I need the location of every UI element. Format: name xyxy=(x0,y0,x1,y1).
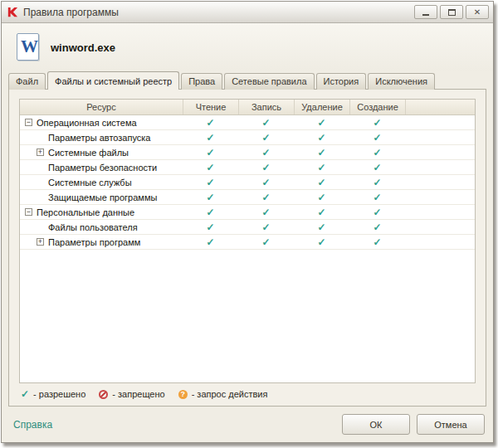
legend-label: - запрещено xyxy=(112,389,164,399)
resource-label: Файлы пользователя xyxy=(48,222,138,232)
table-row[interactable]: Параметры безопасности✓✓✓✓ xyxy=(20,160,475,175)
allowed-check-icon[interactable]: ✓ xyxy=(238,178,294,187)
allowed-check-icon[interactable]: ✓ xyxy=(349,118,405,128)
allowed-check-icon[interactable]: ✓ xyxy=(183,192,238,202)
word-logo-letter: W xyxy=(21,37,38,57)
allowed-check-icon[interactable]: ✓ xyxy=(349,237,405,247)
column-header: Ресурс xyxy=(20,100,183,114)
tab-exclusions[interactable]: Исключения xyxy=(368,73,435,90)
column-header: Чтение xyxy=(183,100,238,114)
allowed-check-icon[interactable]: ✓ xyxy=(294,222,349,232)
kaspersky-icon xyxy=(6,6,18,18)
collapse-icon[interactable]: − xyxy=(25,208,32,216)
allowed-check-icon[interactable]: ✓ xyxy=(238,133,294,143)
tab-rights[interactable]: Права xyxy=(181,73,222,90)
allowed-check-icon[interactable]: ✓ xyxy=(238,237,294,247)
ok-button[interactable]: ОК xyxy=(342,414,410,435)
allowed-check-icon[interactable]: ✓ xyxy=(238,163,294,173)
allowed-check-icon[interactable]: ✓ xyxy=(294,237,349,247)
help-link[interactable]: Справка xyxy=(13,419,52,431)
dialog-footer: Справка ОК Отмена xyxy=(2,407,493,442)
legend-item: - запрещено xyxy=(99,389,164,399)
table-header: РесурсЧтениеЗаписьУдалениеСоздание xyxy=(20,100,475,115)
resource-label: Операционная система xyxy=(37,118,137,128)
allowed-check-icon[interactable]: ✓ xyxy=(294,118,349,128)
table-row[interactable]: Параметры автозапуска✓✓✓✓ xyxy=(20,130,475,145)
allowed-check-icon[interactable]: ✓ xyxy=(294,178,349,187)
cancel-button[interactable]: Отмена xyxy=(417,414,485,435)
title-bar[interactable]: Правила программы ✕ xyxy=(2,2,493,23)
resource-cell: −Операционная система xyxy=(20,118,183,128)
tab-files-and-registry[interactable]: Файлы и системный реестр xyxy=(47,71,179,90)
allowed-check-icon[interactable]: ✓ xyxy=(238,118,294,128)
allowed-check-icon[interactable]: ✓ xyxy=(294,148,349,158)
resource-label: Защищаемые программы xyxy=(48,192,157,202)
window-controls: ✕ xyxy=(414,5,489,19)
legend-label: - запрос действия xyxy=(192,389,268,399)
expand-icon[interactable]: + xyxy=(37,238,44,246)
allowed-check-icon[interactable]: ✓ xyxy=(349,192,405,202)
tab-bar: ФайлФайлы и системный реестрПраваСетевые… xyxy=(2,71,493,90)
table-row[interactable]: Файлы пользователя✓✓✓✓ xyxy=(20,220,475,235)
column-header: Запись xyxy=(238,100,294,114)
tab-page-panel: РесурсЧтениеЗаписьУдалениеСоздание −Опер… xyxy=(8,89,486,407)
resource-label: Параметры автозапуска xyxy=(48,133,151,143)
table-row[interactable]: Защищаемые программы✓✓✓✓ xyxy=(20,190,475,205)
winword-icon: W xyxy=(13,32,42,62)
allowed-check-icon[interactable]: ✓ xyxy=(183,222,238,232)
allowed-check-icon[interactable]: ✓ xyxy=(294,133,349,143)
table-row[interactable]: +Параметры программ✓✓✓✓ xyxy=(20,235,475,250)
resource-label: Параметры безопасности xyxy=(48,163,157,173)
allowed-check-icon[interactable]: ✓ xyxy=(294,163,349,173)
allowed-check-icon[interactable]: ✓ xyxy=(183,178,238,187)
allowed-check-icon[interactable]: ✓ xyxy=(349,163,405,173)
resource-cell: Файлы пользователя xyxy=(20,222,183,232)
table-row[interactable]: +Системные файлы✓✓✓✓ xyxy=(20,145,475,160)
resource-label: Персональные данные xyxy=(37,207,134,217)
column-header: Создание xyxy=(349,100,405,114)
table-row[interactable]: −Персональные данные✓✓✓✓ xyxy=(20,205,475,220)
allowed-check-icon[interactable]: ✓ xyxy=(183,133,238,143)
close-icon: ✕ xyxy=(474,8,481,17)
allowed-check-icon[interactable]: ✓ xyxy=(349,148,405,158)
allowed-check-icon[interactable]: ✓ xyxy=(349,207,405,217)
allowed-check-icon[interactable]: ✓ xyxy=(238,148,294,158)
column-header-filler xyxy=(405,100,475,114)
allowed-check-icon[interactable]: ✓ xyxy=(238,207,294,217)
allowed-check-icon[interactable]: ✓ xyxy=(349,222,405,232)
allowed-check-icon[interactable]: ✓ xyxy=(183,207,238,217)
application-rules-dialog: Правила программы ✕ W winword.exe ФайлФа… xyxy=(1,1,494,443)
expand-icon[interactable]: + xyxy=(37,149,44,156)
allowed-check-icon[interactable]: ✓ xyxy=(238,192,294,202)
column-header: Удаление xyxy=(294,100,349,114)
resource-label: Системные службы xyxy=(48,178,132,187)
resource-table: РесурсЧтениеЗаписьУдалениеСоздание −Опер… xyxy=(19,99,476,383)
allowed-check-icon[interactable]: ✓ xyxy=(349,133,405,143)
allowed-check-icon[interactable]: ✓ xyxy=(238,222,294,232)
tab-file[interactable]: Файл xyxy=(8,73,46,90)
close-button[interactable]: ✕ xyxy=(466,5,489,19)
minimize-icon xyxy=(422,14,429,16)
resource-label: Системные файлы xyxy=(48,148,129,158)
resource-label: Параметры программ xyxy=(48,237,140,247)
window-title: Правила программы xyxy=(23,7,119,18)
allowed-check-icon[interactable]: ✓ xyxy=(183,148,238,158)
table-row[interactable]: −Операционная система✓✓✓✓ xyxy=(20,115,475,130)
table-row[interactable]: Системные службы✓✓✓✓ xyxy=(20,175,475,190)
tab-history[interactable]: История xyxy=(316,73,367,90)
allowed-check-icon[interactable]: ✓ xyxy=(183,163,238,173)
allowed-check-icon[interactable]: ✓ xyxy=(183,237,238,247)
resource-cell: Защищаемые программы xyxy=(20,192,183,202)
resource-cell: −Персональные данные xyxy=(20,207,183,217)
application-header: W winword.exe xyxy=(2,23,493,71)
legend-item: ✓- разрешено xyxy=(21,389,85,399)
minimize-button[interactable] xyxy=(414,5,437,19)
tab-network-rules[interactable]: Сетевые правила xyxy=(224,73,314,90)
allowed-check-icon[interactable]: ✓ xyxy=(349,178,405,187)
maximize-button[interactable] xyxy=(440,5,463,19)
allowed-check-icon[interactable]: ✓ xyxy=(183,118,238,128)
allowed-check-icon[interactable]: ✓ xyxy=(294,192,349,202)
denied-icon xyxy=(99,390,108,399)
collapse-icon[interactable]: − xyxy=(25,119,32,126)
allowed-check-icon[interactable]: ✓ xyxy=(294,207,349,217)
